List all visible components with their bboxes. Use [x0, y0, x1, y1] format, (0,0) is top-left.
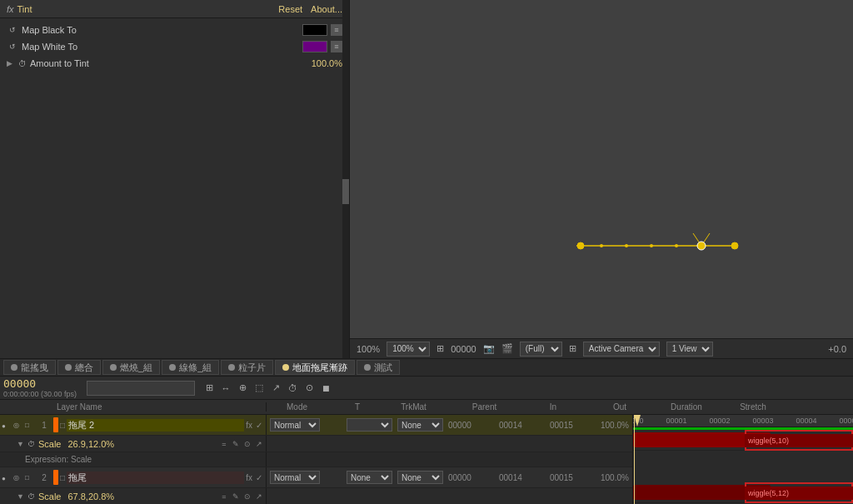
layer-2-wiggle-label: wiggle(5,12) — [748, 489, 789, 497]
motion-path — [576, 217, 743, 267]
scale-stopwatch[interactable]: ⏱ — [27, 440, 35, 448]
view-dropdown[interactable]: 1 View — [666, 342, 713, 357]
tool-icon-2[interactable]: ⊕ — [235, 381, 250, 396]
amount-expand-icon[interactable]: ▶ — [7, 59, 18, 67]
tool-icon-4[interactable]: ↗ — [268, 381, 283, 396]
scale-icon-1[interactable]: = — [219, 439, 229, 449]
layer-2-expand[interactable]: ✓ — [256, 473, 262, 482]
scale2-icon-4[interactable]: ↗ — [254, 492, 264, 502]
quality-dropdown[interactable]: (Full) (Half) — [520, 342, 562, 357]
tool-icon-6[interactable]: ⊙ — [302, 381, 317, 396]
tab-zonghe[interactable]: 總合 — [57, 360, 101, 375]
layer-1-scale-controls: ▼ ⏱ Scale 26.9,12.0% = ✎ ⊙ ↗ — [0, 436, 267, 452]
preview-timecode: 00000 — [451, 344, 476, 354]
tool-icon-1[interactable]: ↔ — [218, 381, 233, 396]
layer-2-eye[interactable] — [2, 472, 13, 482]
scale2-icon-3[interactable]: ⊙ — [242, 492, 252, 502]
tool-icon-3[interactable]: ⬚ — [252, 381, 267, 396]
layer-1-color — [53, 417, 58, 432]
scroll-indicator[interactable] — [342, 0, 349, 358]
layer-row-2[interactable]: ◎ □ 2 □ 拖尾 fx ✓ Normal None — [0, 467, 632, 488]
tab-xianjiao[interactable]: 線條_組 — [162, 360, 219, 375]
layer-2-solo[interactable]: ◎ — [13, 474, 25, 482]
layer-2-name[interactable]: 拖尾 — [67, 472, 244, 484]
layer-2-lock[interactable]: □ — [25, 474, 37, 482]
map-white-label: Map White To — [22, 42, 302, 52]
timeline-section: 00000 0:00:00:00 (30.00 fps) ⊞ ↔ ⊕ ⬚ ↗ ⏱… — [0, 377, 853, 504]
scale-icon-4[interactable]: ↗ — [254, 439, 264, 449]
layer-2-parent[interactable]: None — [397, 471, 443, 484]
tool-icon-7[interactable]: ⏹ — [318, 381, 333, 396]
scale2-expand-icon[interactable]: ▼ — [17, 492, 24, 501]
scale2-icon-2[interactable]: ✎ — [231, 492, 241, 502]
layer-1-expr-label: Expression: Scale — [25, 455, 92, 464]
map-black-arrow[interactable]: ≡ — [331, 24, 342, 36]
grid2-icon: ⊞ — [569, 343, 576, 354]
tab-dimian[interactable]: 地面拖尾漸跡 — [275, 360, 355, 375]
map-black-swatch[interactable] — [302, 24, 327, 36]
grid-icon: ⊞ — [436, 343, 444, 354]
col-parent: Parent — [461, 402, 507, 412]
scale-icon-2[interactable]: ✎ — [231, 439, 241, 449]
layer-1-eye[interactable] — [2, 420, 13, 430]
col-mode: Mode — [270, 402, 324, 412]
offset-value: +0.0 — [828, 344, 846, 354]
timeline-scale-row-1 — [633, 451, 853, 467]
layer-row-1[interactable]: ◎ □ 1 □ 拖尾 2 fx ✓ Normal — [0, 415, 632, 436]
layer-1-out: 00014 — [499, 421, 545, 430]
reset-button[interactable]: Reset — [278, 4, 302, 14]
preview-panel: 100% 100% 50% 200% ⊞ 00000 📷 🎬 (Full) (H… — [350, 0, 853, 358]
scale2-icon-1[interactable]: = — [219, 492, 229, 502]
timeline-bar-row-1: wiggle(5,10) — [633, 430, 853, 451]
layer-1-trkmat[interactable] — [347, 418, 392, 432]
layer-2-fx[interactable]: fx — [246, 473, 252, 482]
map-white-arrow[interactable]: ≡ — [331, 41, 342, 52]
layers-timeline-area: ◎ □ 1 □ 拖尾 2 fx ✓ Normal — [0, 415, 853, 504]
layer-1-solo[interactable]: ◎ — [13, 422, 25, 429]
search-input[interactable] — [87, 381, 195, 396]
layer-1-lock[interactable]: □ — [25, 422, 37, 429]
amount-value[interactable]: 100.0% — [312, 58, 342, 68]
zoom-dropdown[interactable]: 100% 50% 200% — [387, 342, 430, 357]
amount-label: Amount to Tint — [30, 58, 312, 68]
tab-label-1: 龍搖曳 — [21, 362, 48, 374]
layer-1-fx[interactable]: fx — [246, 421, 252, 430]
layer-1-expand[interactable]: ✓ — [256, 421, 262, 430]
layer-1-parent[interactable]: None — [397, 418, 443, 432]
tab-ranshao[interactable]: 燃燒_組 — [102, 360, 160, 375]
tool-icon-5[interactable]: ⏱ — [285, 381, 300, 396]
layer-1-scale-value[interactable]: 26.9,12.0% — [67, 439, 114, 449]
camera-dropdown[interactable]: Active Camera — [583, 342, 660, 357]
new-comp-icon[interactable]: ⊞ — [202, 381, 217, 396]
scale2-stopwatch[interactable]: ⏱ — [27, 492, 35, 501]
tab-longyi[interactable]: 龍搖曳 — [3, 360, 56, 375]
svg-point-5 — [731, 242, 738, 249]
tab-label-6: 地面拖尾漸跡 — [292, 362, 347, 374]
map-white-swatch[interactable] — [302, 41, 327, 52]
layer-2-trkmat[interactable]: None — [347, 471, 392, 484]
ruler-label-1: 00001 — [666, 417, 686, 425]
layer-1-mode[interactable]: Normal — [270, 418, 320, 432]
layer-1-name[interactable]: 拖尾 2 — [67, 419, 244, 432]
scale-icon-3[interactable]: ⊙ — [242, 439, 252, 449]
about-button[interactable]: About... — [311, 4, 342, 14]
scale-expand-icon[interactable]: ▼ — [17, 440, 24, 448]
layer-2-scale-value[interactable]: 67.8,20.8% — [67, 492, 114, 502]
layer-2-in: 00000 — [448, 473, 494, 482]
map-black-row: ↺ Map Black To ≡ — [0, 22, 349, 38]
preview-bottom-bar: 100% 100% 50% 200% ⊞ 00000 📷 🎬 (Full) (H… — [350, 338, 853, 358]
svg-point-8 — [650, 244, 653, 247]
timeline-bar-row-2: wiggle(5,12) — [633, 482, 853, 503]
zoom-level[interactable]: 100% — [357, 344, 380, 354]
tab-lizipian[interactable]: 粒子片 — [221, 360, 273, 375]
tab-ceshi[interactable]: 測試 — [357, 360, 400, 375]
layer-2-duration: 00015 — [550, 473, 596, 482]
timecode-display[interactable]: 00000 0:00:00:00 (30.00 fps) — [3, 377, 77, 398]
layer-1-expr-row: Expression: Scale — [0, 452, 632, 467]
scroll-thumb[interactable] — [342, 179, 349, 204]
amount-stopwatch-icon[interactable]: ⏱ — [18, 59, 30, 68]
layer-2-mode[interactable]: Normal — [270, 471, 320, 484]
playhead-line — [634, 415, 635, 504]
tab-dot-2 — [65, 364, 72, 371]
map-white-row: ↺ Map White To ≡ — [0, 38, 349, 55]
